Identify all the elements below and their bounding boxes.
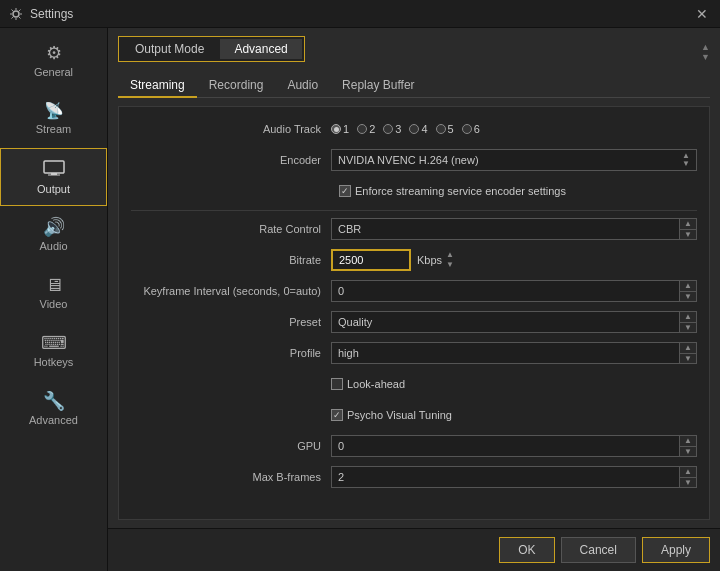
gpu-down[interactable]: ▼: [680, 446, 696, 457]
track-6-radio[interactable]: [462, 124, 472, 134]
keyframe-label: Keyframe Interval (seconds, 0=auto): [131, 285, 331, 297]
encoder-label: Encoder: [131, 154, 331, 166]
gpu-up[interactable]: ▲: [680, 436, 696, 446]
settings-icon: [8, 6, 24, 22]
rate-control-label: Rate Control: [131, 223, 331, 235]
sidebar-item-hotkeys[interactable]: ⌨ Hotkeys: [0, 322, 107, 380]
sidebar-item-general[interactable]: ⚙ General: [0, 32, 107, 90]
psycho-checkbox[interactable]: ✓: [331, 409, 343, 421]
sidebar-item-video[interactable]: 🖥 Video: [0, 264, 107, 322]
sidebar-item-advanced[interactable]: 🔧 Advanced: [0, 380, 107, 438]
tab-output-mode[interactable]: Output Mode: [121, 39, 218, 59]
psycho-row: ✓ Psycho Visual Tuning: [131, 403, 697, 427]
tab-replay-buffer[interactable]: Replay Buffer: [330, 74, 427, 98]
keyframe-value: 0: [332, 281, 679, 301]
profile-row: Profile high ▲ ▼: [131, 341, 697, 365]
ok-button[interactable]: OK: [499, 537, 554, 563]
keyframe-down[interactable]: ▼: [680, 291, 696, 302]
general-icon: ⚙: [46, 44, 62, 62]
profile-down[interactable]: ▼: [680, 353, 696, 364]
sidebar-item-stream[interactable]: 📡 Stream: [0, 90, 107, 148]
track-3-radio[interactable]: [383, 124, 393, 134]
sidebar-item-advanced-label: Advanced: [29, 414, 78, 426]
encoder-row: Encoder NVIDIA NVENC H.264 (new) ▲ ▼: [131, 148, 697, 172]
rate-control-down[interactable]: ▼: [680, 229, 696, 240]
svg-point-0: [13, 11, 19, 17]
preset-up[interactable]: ▲: [680, 312, 696, 322]
track-4-radio[interactable]: [409, 124, 419, 134]
enforce-checkbox-row[interactable]: ✓ Enforce streaming service encoder sett…: [339, 185, 566, 197]
gpu-spinbox[interactable]: 0 ▲ ▼: [331, 435, 697, 457]
apply-button[interactable]: Apply: [642, 537, 710, 563]
track-5[interactable]: 5: [436, 123, 454, 135]
bottom-bar: OK Cancel Apply: [108, 528, 720, 571]
sidebar-item-output-label: Output: [37, 183, 70, 195]
svg-rect-3: [48, 174, 60, 175]
psycho-checkbox-row[interactable]: ✓ Psycho Visual Tuning: [331, 409, 452, 421]
bitrate-up[interactable]: ▲: [446, 250, 454, 260]
maxbframes-down[interactable]: ▼: [680, 477, 696, 488]
sidebar-item-general-label: General: [34, 66, 73, 78]
advanced-icon: 🔧: [43, 392, 65, 410]
profile-up[interactable]: ▲: [680, 343, 696, 353]
audio-track-label: Audio Track: [131, 123, 331, 135]
track-1-radio[interactable]: [331, 124, 341, 134]
scroll-up-arrow[interactable]: ▲: [701, 42, 710, 52]
keyframe-up[interactable]: ▲: [680, 281, 696, 291]
keyframe-row: Keyframe Interval (seconds, 0=auto) 0 ▲ …: [131, 279, 697, 303]
enforce-label: Enforce streaming service encoder settin…: [355, 185, 566, 197]
keyframe-spinbox[interactable]: 0 ▲ ▼: [331, 280, 697, 302]
sub-tabs: Streaming Recording Audio Replay Buffer: [118, 74, 710, 98]
preset-dropdown[interactable]: Quality ▲ ▼: [331, 311, 697, 333]
output-icon: [43, 160, 65, 179]
track-5-label: 5: [448, 123, 454, 135]
preset-down[interactable]: ▼: [680, 322, 696, 333]
track-3[interactable]: 3: [383, 123, 401, 135]
bitrate-label: Bitrate: [131, 254, 331, 266]
maxbframes-row: Max B-frames 2 ▲ ▼: [131, 465, 697, 489]
psycho-label: Psycho Visual Tuning: [347, 409, 452, 421]
track-4[interactable]: 4: [409, 123, 427, 135]
track-2-label: 2: [369, 123, 375, 135]
track-6[interactable]: 6: [462, 123, 480, 135]
sidebar-item-hotkeys-label: Hotkeys: [34, 356, 74, 368]
bitrate-input[interactable]: [331, 249, 411, 271]
rate-control-up[interactable]: ▲: [680, 219, 696, 229]
gpu-label: GPU: [131, 440, 331, 452]
rate-control-value: CBR: [332, 219, 679, 239]
tab-audio[interactable]: Audio: [275, 74, 330, 98]
sidebar-item-video-label: Video: [40, 298, 68, 310]
encoder-value: NVIDIA NVENC H.264 (new): [338, 154, 479, 166]
tab-streaming[interactable]: Streaming: [118, 74, 197, 98]
svg-rect-1: [44, 161, 64, 173]
track-2-radio[interactable]: [357, 124, 367, 134]
encoder-down[interactable]: ▼: [682, 160, 690, 168]
tab-advanced[interactable]: Advanced: [220, 39, 301, 59]
maxbframes-spinbox[interactable]: 2 ▲ ▼: [331, 466, 697, 488]
profile-dropdown[interactable]: high ▲ ▼: [331, 342, 697, 364]
track-1[interactable]: 1: [331, 123, 349, 135]
cancel-button[interactable]: Cancel: [561, 537, 636, 563]
tab-recording[interactable]: Recording: [197, 74, 276, 98]
scroll-down-arrow[interactable]: ▼: [701, 52, 710, 62]
enforce-checkbox[interactable]: ✓: [339, 185, 351, 197]
settings-panel: Audio Track 1 2: [118, 106, 710, 520]
track-5-radio[interactable]: [436, 124, 446, 134]
track-6-label: 6: [474, 123, 480, 135]
lookahead-checkbox[interactable]: [331, 378, 343, 390]
close-button[interactable]: ✕: [692, 4, 712, 24]
lookahead-checkbox-row[interactable]: Look-ahead: [331, 378, 405, 390]
maxbframes-up[interactable]: ▲: [680, 467, 696, 477]
maxbframes-label: Max B-frames: [131, 471, 331, 483]
sidebar-item-output[interactable]: Output: [0, 148, 107, 206]
title-bar-title: Settings: [30, 7, 73, 21]
encoder-dropdown[interactable]: NVIDIA NVENC H.264 (new) ▲ ▼: [331, 149, 697, 171]
bitrate-down[interactable]: ▼: [446, 260, 454, 270]
rate-control-dropdown[interactable]: CBR ▲ ▼: [331, 218, 697, 240]
sidebar-item-audio[interactable]: 🔊 Audio: [0, 206, 107, 264]
output-mode-tabs: Output Mode Advanced: [118, 36, 305, 62]
audio-icon: 🔊: [43, 218, 65, 236]
track-2[interactable]: 2: [357, 123, 375, 135]
gpu-value: 0: [332, 436, 679, 456]
audio-track-row: Audio Track 1 2: [131, 117, 697, 141]
